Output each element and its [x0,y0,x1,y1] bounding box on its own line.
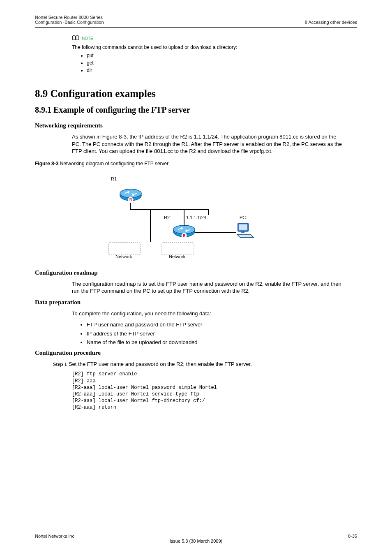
configuration-procedure-heading: Configuration procedure [35,349,357,356]
svg-rect-11 [239,224,247,230]
footer-right-page: 8-35 [348,534,357,539]
header-left-1: Nortel Secure Router 8000 Series [35,15,104,20]
svg-point-7 [173,225,195,234]
footer-left: Nortel Networks Inc. [35,534,76,539]
step-1-line: Step 1 Set the FTP user name and passwor… [53,361,345,368]
figure-caption-text: Networking diagram of configuring the FT… [58,161,168,166]
router-icon: R [173,224,193,236]
network-diagram: R R R1 R2 PC 1.1.1.1/24 Network [88,171,261,265]
networking-requirements-heading: Networking requirements [35,122,357,129]
footer-divider [35,531,357,531]
header-divider [35,27,357,28]
code-block: [R2] ftp server enable [R2] aaa [R2-aaa]… [72,371,345,411]
figure-connection-line [130,209,209,210]
router-icon: R [119,188,140,200]
section-heading-8-9-1: 8.9.1 Example of configuring the FTP ser… [35,105,357,115]
step-label: Step 1 [53,361,67,367]
figure-connection-line [184,209,184,215]
svg-point-3 [120,189,141,198]
figure-connection-line [195,232,236,233]
step-text: Set the FTP user name and password on th… [67,361,252,367]
figure-connection-line [130,203,131,209]
footer-center: Issue 5.3 (30 March 2009) [35,539,357,543]
svg-rect-14 [162,243,194,255]
list-item: dir [87,67,341,73]
configuration-roadmap-text: The configuration roadmap is to set the … [72,280,345,295]
data-preparation-intro: To complete the configuration, you need … [72,310,345,317]
network-cloud-icon [161,242,194,255]
figure-connection-line [208,209,209,215]
svg-rect-12 [241,231,244,233]
note-label: NOTE [82,36,93,41]
section-heading-8-9: 8.9 Configuration examples [35,88,357,99]
figure-connection-line [184,215,184,226]
list-item: put [87,53,341,58]
list-item: FTP user name and password on the FTP se… [87,321,357,328]
header-right-1: 8 Accessing other devices [305,20,357,25]
network-cloud-icon [108,242,141,255]
figure-connection-line [150,209,151,215]
figure-number: Figure 8-3 [35,161,58,166]
figure-connection-line [150,215,151,242]
networking-requirements-text: As shown in Figure 8-3, the IP address o… [72,133,345,155]
configuration-roadmap-heading: Configuration roadmap [35,269,357,276]
svg-text:R: R [183,234,185,238]
figure-label-pc: PC [240,215,246,220]
svg-rect-13 [108,243,141,255]
data-preparation-heading: Data preparation [35,299,357,306]
pc-icon [236,222,254,240]
list-item: IP address of the FTP server [87,330,357,338]
note-intro: The following commands cannot be used to… [72,44,341,50]
note-open-book-icon [72,35,79,42]
list-item: get [87,60,341,66]
figure-label-r2: R2 [164,215,170,220]
list-item: Name of the file to be uploaded or downl… [87,339,357,346]
figure-label-addr: 1.1.1.1/24 [186,215,206,220]
svg-text:R: R [129,197,132,201]
header-left-2: Configuration -Basic Configuration [35,20,104,25]
figure-caption: Figure 8-3 Networking diagram of configu… [35,161,357,166]
figure-label-r1: R1 [111,176,117,181]
